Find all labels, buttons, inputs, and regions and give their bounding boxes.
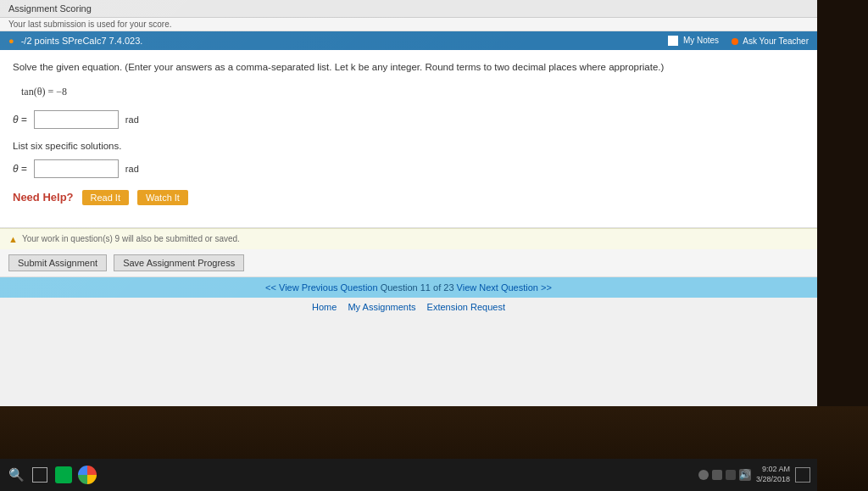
webpage-content: Assignment Scoring Your last submission … [0,0,817,406]
need-help-label: Need Help? [13,191,74,204]
taskbar-icon-green[interactable] [54,466,73,484]
save-assignment-button[interactable]: Save Assignment Progress [114,254,244,271]
clock-date: 3/28/2018 [756,475,790,485]
taskbar-right-area: 🔊 9:02 AM 3/28/2018 [698,465,810,484]
rad-label-1: rad [125,114,139,125]
content-area: Solve the given equation. (Enter your an… [0,50,817,227]
last-submission-text: Your last submission is used for your sc… [8,20,172,29]
system-tray: 🔊 [698,469,751,481]
chrome-icon [78,466,97,484]
notification-button[interactable] [795,467,810,483]
search-taskbar-icon[interactable]: 🔍 [7,466,25,484]
question-bar: ● -/2 points SPreCalc7 7.4.023. My Notes… [0,31,817,50]
first-answer-row: θ = rad [13,110,804,129]
specific-solutions-label: List six specific solutions. [13,141,804,151]
read-it-button[interactable]: Read It [82,190,129,205]
task-view-icon[interactable] [31,466,49,484]
question-bar-right: My Notes Ask Your Teacher [668,36,809,46]
rad-label-2: rad [125,164,139,174]
warning-text: Your work in question(s) 9 will also be … [22,234,240,243]
submit-assignment-button[interactable]: Submit Assignment [8,254,107,271]
tray-icon-3 [726,470,736,480]
taskbar-icon-chrome[interactable] [78,466,97,484]
theta-label-1: θ = [13,114,27,126]
question-bar-left: ● -/2 points SPreCalc7 7.4.023. [8,36,142,46]
submit-area: Submit Assignment Save Assignment Progre… [0,249,817,277]
question-info: -/2 points SPreCalc7 7.4.023. [21,36,143,46]
assignment-scoring-header: Assignment Scoring [0,0,817,18]
warning-icon: ▲ [8,234,18,244]
ask-icon [732,38,738,45]
task-view-square [32,467,47,483]
need-help-section: Need Help? Read It Watch It [13,190,804,205]
navigation-bar: << View Previous Question Question 11 of… [0,277,817,298]
next-question-link[interactable]: View Next Question >> [457,282,552,293]
system-clock: 9:02 AM 3/28/2018 [756,465,790,484]
volume-icon[interactable]: 🔊 [739,469,751,481]
my-notes-button[interactable]: My Notes [668,36,719,46]
notes-icon [668,36,678,46]
assignment-scoring-title: Assignment Scoring [8,3,92,14]
prev-question-link[interactable]: << View Previous Question [265,282,377,293]
second-answer-row: θ = rad [13,159,804,178]
green-app-icon [55,466,72,483]
theta-label-2: θ = [13,163,27,175]
first-answer-input[interactable] [34,110,119,129]
my-assignments-link[interactable]: My Assignments [348,302,415,312]
extension-request-link[interactable]: Extension Request [427,302,505,312]
question-text: Solve the given equation. (Enter your an… [13,60,804,75]
watch-it-button[interactable]: Watch It [137,190,188,205]
home-link[interactable]: Home [312,302,337,312]
tray-icon-1 [698,470,709,480]
warning-area: ▲ Your work in question(s) 9 will also b… [0,228,817,249]
search-icon: 🔍 [8,467,25,483]
last-submission-notice: Your last submission is used for your sc… [0,18,817,31]
question-points-indicator: ● [8,36,14,46]
question-counter-text: Question 11 of 23 [381,282,454,293]
tray-icon-2 [712,470,722,480]
footer-links: Home My Assignments Extension Request [0,298,817,316]
clock-time: 9:02 AM [756,465,790,475]
windows-taskbar: 🔍 🔊 9:02 AM 3/28/2018 [0,459,817,491]
equation-display: tan(θ) = −8 [13,86,804,98]
ask-teacher-button[interactable]: Ask Your Teacher [732,36,809,46]
second-answer-input[interactable] [34,159,119,178]
equation-text: tan(θ) = −8 [21,86,67,98]
